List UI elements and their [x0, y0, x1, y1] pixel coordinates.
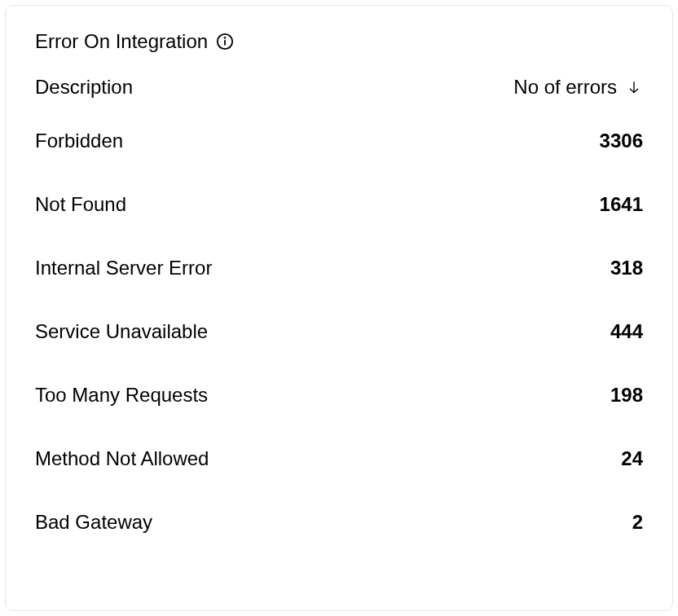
row-description: Bad Gateway	[35, 511, 152, 534]
column-header-count-label: No of errors	[513, 76, 617, 99]
svg-point-2	[225, 37, 226, 38]
row-count: 1641	[600, 193, 643, 216]
table-row: Service Unavailable 444	[35, 320, 643, 343]
table-row: Bad Gateway 2	[35, 511, 643, 534]
card-title-row: Error On Integration	[35, 30, 643, 53]
row-count: 3306	[600, 130, 643, 152]
card-title: Error On Integration	[35, 30, 208, 53]
row-description: Method Not Allowed	[35, 447, 209, 470]
error-integration-card: Error On Integration Description No of e…	[5, 5, 673, 611]
column-header-count[interactable]: No of errors	[513, 76, 643, 99]
row-description: Service Unavailable	[35, 320, 208, 343]
row-description: Forbidden	[35, 130, 123, 152]
column-header-description[interactable]: Description	[35, 76, 133, 99]
table-header: Description No of errors	[35, 76, 643, 99]
row-description: Not Found	[35, 193, 126, 216]
row-description: Too Many Requests	[35, 384, 208, 407]
table-row: Not Found 1641	[35, 193, 643, 216]
table-row: Method Not Allowed 24	[35, 447, 643, 470]
table-body: Forbidden 3306 Not Found 1641 Internal S…	[35, 130, 643, 534]
row-count: 444	[610, 320, 643, 343]
row-count: 198	[610, 384, 643, 407]
sort-descending-icon	[625, 78, 643, 96]
table-row: Internal Server Error 318	[35, 257, 643, 279]
row-count: 318	[610, 257, 643, 279]
table-row: Forbidden 3306	[35, 130, 643, 152]
row-description: Internal Server Error	[35, 257, 212, 279]
row-count: 24	[621, 447, 643, 470]
table-row: Too Many Requests 198	[35, 384, 643, 407]
info-icon[interactable]	[216, 33, 234, 51]
row-count: 2	[632, 511, 643, 534]
